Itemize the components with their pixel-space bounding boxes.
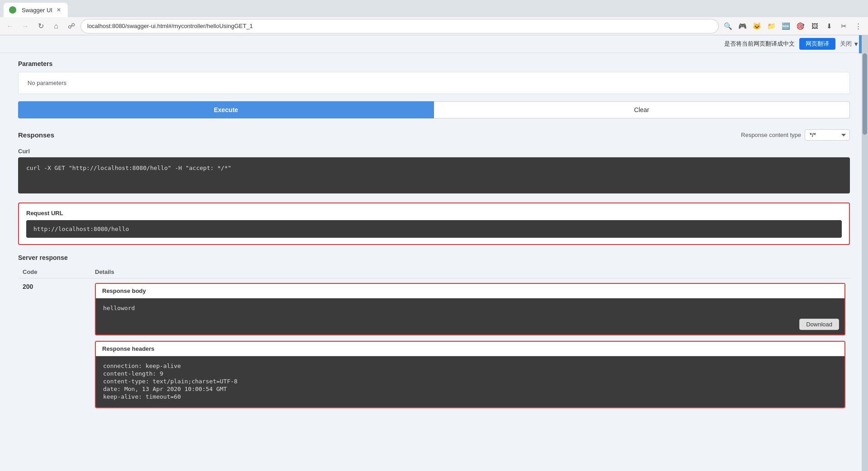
scrollbar[interactable] [862, 35, 868, 460]
bookmark-btn[interactable]: ☍ [65, 20, 78, 33]
download-icon[interactable]: ⬇ [823, 20, 835, 33]
curl-label: Curl [18, 148, 850, 155]
server-response-label: Server response [18, 254, 850, 261]
browser-tab[interactable]: Swagger UI ✕ [4, 3, 68, 17]
tab-title: Swagger UI [22, 7, 52, 14]
response-body-header: Response body [96, 284, 844, 298]
response-body-section: Response body helloword Download [95, 283, 845, 335]
home-btn[interactable]: ⌂ [50, 20, 62, 33]
content-type-container: Response content type */* [741, 129, 850, 141]
response-header-line: date: Mon, 13 Apr 2020 10:00:54 GMT [103, 386, 837, 392]
search-icon-btn[interactable]: 🔍 [722, 20, 734, 33]
response-header-line: connection: keep-alive [103, 363, 837, 369]
reload-btn[interactable]: ↻ [34, 20, 47, 33]
response-code: 200 [18, 278, 90, 413]
extension-icon-5[interactable]: 🎯 [794, 20, 807, 33]
chevron-down-icon: ▼ [853, 41, 859, 47]
download-button[interactable]: Download [799, 319, 839, 330]
content-type-label: Response content type [741, 132, 801, 138]
response-headers-section: Response headers connection: keep-alivec… [95, 341, 845, 408]
execute-button[interactable]: Execute [18, 101, 434, 118]
translation-close[interactable]: 关闭 ▼ [840, 40, 859, 48]
parameters-label: Parameters [18, 60, 850, 67]
extension-icon-1[interactable]: 🎮 [736, 20, 749, 33]
request-url-value: http://localhost:8080/hello [26, 220, 842, 238]
menu-icon[interactable]: ⋮ [852, 20, 864, 33]
response-headers-content: connection: keep-alivecontent-length: 9c… [96, 356, 844, 407]
address-bar[interactable] [80, 19, 719, 33]
extension-icon-2[interactable]: 🐱 [750, 20, 763, 33]
responses-title: Responses [18, 131, 54, 139]
tab-favicon [9, 6, 16, 14]
clear-button[interactable]: Clear [434, 101, 850, 118]
response-details-cell: Response body helloword Download Respons… [90, 278, 850, 413]
right-accent-bar [859, 35, 862, 53]
responses-header: Responses Response content type */* [18, 129, 850, 141]
response-header-line: keep-alive: timeout=60 [103, 393, 837, 400]
action-buttons: Execute Clear [18, 101, 850, 118]
forward-btn[interactable]: → [19, 20, 32, 33]
response-body-content: helloword Download [96, 298, 844, 334]
table-row: 200 Response body helloword Download [18, 278, 850, 413]
extension-icon-6[interactable]: 🖼 [808, 20, 821, 33]
response-header-line: content-length: 9 [103, 370, 837, 377]
extension-icon-4[interactable]: 🆕 [779, 20, 792, 33]
response-body-text: helloword [103, 305, 135, 311]
request-url-section: Request URL http://localhost:8080/hello [18, 203, 850, 245]
code-col-header: Code [18, 266, 90, 278]
response-headers-header: Response headers [96, 342, 844, 356]
back-btn[interactable]: ← [4, 20, 16, 33]
translation-bar: 是否将当前网页翻译成中文 网页翻译 关闭 ▼ [0, 35, 868, 53]
response-header-line: content-type: text/plain;charset=UTF-8 [103, 378, 837, 385]
scrollbar-thumb[interactable] [863, 53, 867, 135]
details-col-header: Details [90, 266, 850, 278]
tab-close-btn[interactable]: ✕ [55, 6, 62, 14]
curl-command: curl -X GET "http://localhost:8080/hello… [18, 157, 850, 193]
content-type-select[interactable]: */* [805, 129, 850, 141]
no-parameters-text: No parameters [18, 72, 850, 94]
curl-section: Curl curl -X GET "http://localhost:8080/… [18, 148, 850, 193]
translate-button[interactable]: 网页翻译 [799, 38, 835, 50]
request-url-label: Request URL [26, 210, 842, 217]
translation-message: 是否将当前网页翻译成中文 [724, 40, 795, 48]
more-tools-icon[interactable]: ✂ [837, 20, 850, 33]
response-table: Code Details 200 Response body helloword… [18, 266, 850, 413]
extension-icon-3[interactable]: 📁 [765, 20, 778, 33]
